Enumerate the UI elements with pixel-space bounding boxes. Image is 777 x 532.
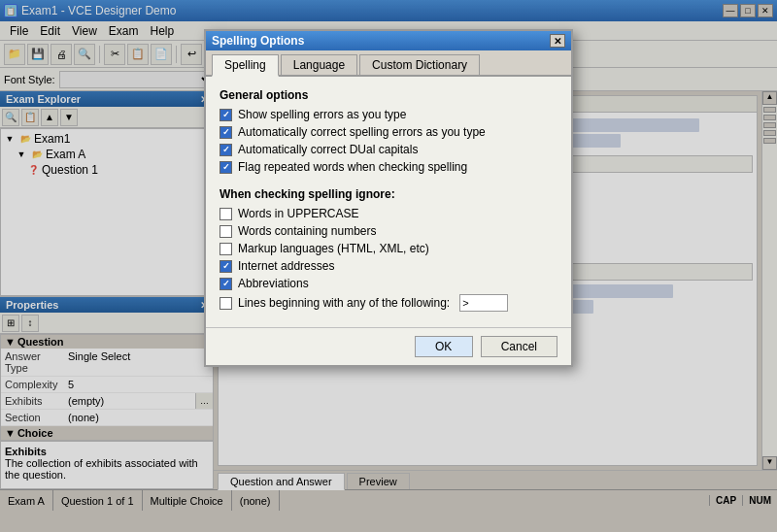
cb-dual-caps-label: Automatically correct DUal capitals (238, 143, 418, 156)
cb-show-errors[interactable] (220, 109, 232, 121)
cb-row-internet: Internet addresses (220, 259, 557, 273)
dialog-tab-bar: Spelling Language Custom Dictionary (206, 50, 571, 77)
cb-row-repeated: Flag repeated words when checking spelli… (220, 160, 557, 174)
divider1 (220, 178, 557, 187)
cb-repeated-label: Flag repeated words when checking spelli… (238, 160, 467, 174)
cb-row-lines-beginning: Lines beginning with any of the followin… (220, 294, 557, 312)
dialog-tab-spelling[interactable]: Spelling (212, 54, 279, 77)
cb-dual-caps[interactable] (220, 144, 232, 156)
dialog-title-bar: Spelling Options ✕ (206, 31, 571, 50)
cb-row-dual-caps: Automatically correct DUal capitals (220, 143, 557, 156)
cb-internet-label: Internet addresses (238, 259, 334, 273)
cb-row-uppercase: Words in UPPERCASE (220, 207, 557, 220)
cb-show-errors-label: Show spelling errors as you type (238, 108, 406, 121)
ignore-label: When checking spelling ignore: (220, 187, 557, 201)
cb-row-markup: Markup languages (HTML, XML, etc) (220, 242, 557, 255)
cb-markup[interactable] (220, 243, 232, 255)
cb-numbers-label: Words containing numbers (238, 224, 377, 238)
cb-auto-correct[interactable] (220, 126, 232, 139)
general-options-label: General options (220, 88, 557, 102)
cancel-button[interactable]: Cancel (481, 336, 557, 357)
spelling-options-dialog: Spelling Options ✕ Spelling Language Cus… (204, 29, 573, 367)
cb-abbrev-label: Abbreviations (238, 277, 309, 290)
cb-lines-beginning[interactable] (220, 297, 232, 310)
cb-row-abbrev: Abbreviations (220, 277, 557, 290)
dialog-body: General options Show spelling errors as … (206, 77, 571, 327)
cb-numbers[interactable] (220, 225, 232, 238)
cb-uppercase-label: Words in UPPERCASE (238, 207, 358, 220)
dialog-title: Spelling Options (212, 34, 304, 48)
cb-abbrev[interactable] (220, 278, 232, 290)
cb-internet[interactable] (220, 260, 232, 273)
cb-lines-beginning-label: Lines beginning with any of the followin… (238, 296, 450, 310)
ok-button[interactable]: OK (415, 336, 473, 357)
dialog-tab-custom-dict[interactable]: Custom Dictionary (359, 54, 480, 75)
cb-uppercase[interactable] (220, 208, 232, 220)
dialog-tab-language[interactable]: Language (281, 54, 357, 75)
cb-row-show-errors: Show spelling errors as you type (220, 108, 557, 121)
cb-markup-label: Markup languages (HTML, XML, etc) (238, 242, 429, 255)
dialog-close-button[interactable]: ✕ (550, 34, 565, 48)
cb-row-auto-correct: Automatically correct spelling errors as… (220, 125, 557, 139)
dialog-footer: OK Cancel (206, 327, 571, 365)
lines-beginning-input[interactable] (459, 294, 508, 312)
dialog-overlay: Spelling Options ✕ Spelling Language Cus… (0, 0, 777, 532)
cb-auto-correct-label: Automatically correct spelling errors as… (238, 125, 486, 139)
cb-row-numbers: Words containing numbers (220, 224, 557, 238)
cb-repeated[interactable] (220, 161, 232, 174)
